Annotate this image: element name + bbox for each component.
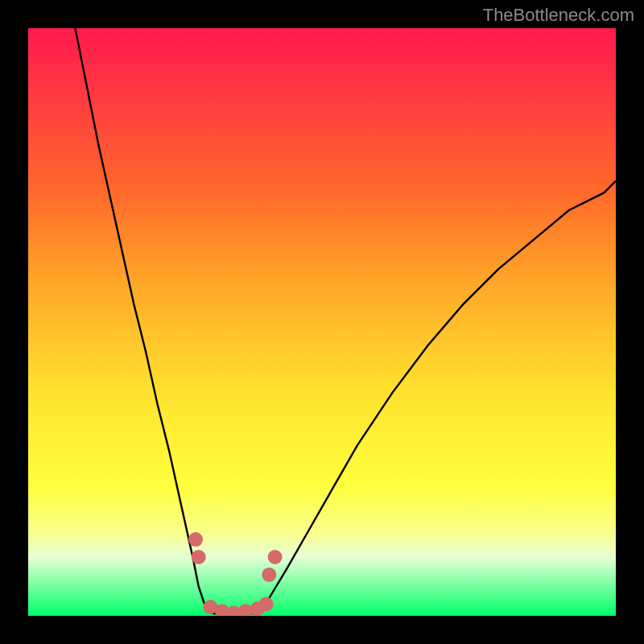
plot-area [28,28,616,616]
marker-dot [268,550,283,564]
curve-markers [188,532,283,616]
bottleneck-curve [75,28,616,616]
marker-dot [259,597,274,611]
curve-layer [28,28,616,616]
marker-dot [188,532,203,547]
stage: TheBottleneck.com [0,0,644,644]
marker-dot [262,568,276,582]
watermark: TheBottleneck.com [483,5,634,26]
marker-dot [192,550,206,564]
